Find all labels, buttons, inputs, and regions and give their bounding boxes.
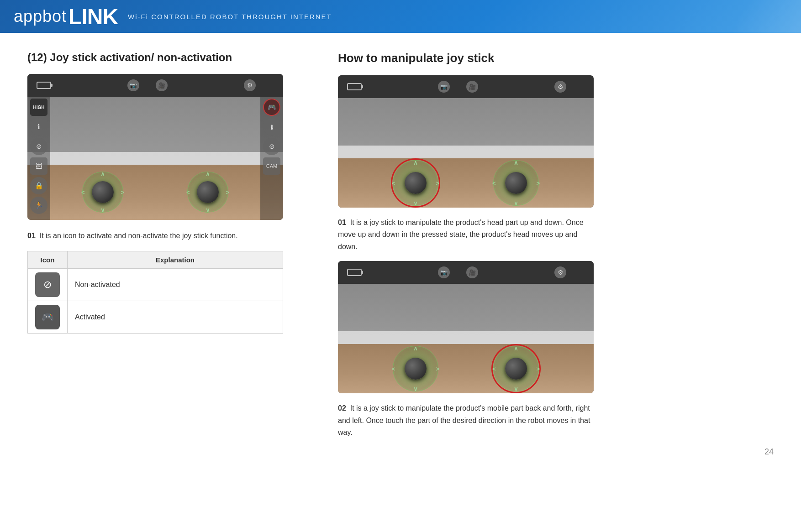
- right-joy-arrow-down: ∨: [206, 207, 210, 214]
- header-decoration: [701, 0, 801, 33]
- main-content: (12) Joy stick activation/ non-activatio…: [0, 33, 801, 461]
- joystick-area-right1: ∧ ∨ < > ∧: [361, 158, 571, 208]
- camera2-icon: CAM: [263, 157, 280, 175]
- no-entry-icon: ⊘: [30, 138, 47, 155]
- table-label-cell-2: Activated: [68, 301, 283, 333]
- temp-icon: 🌡: [263, 118, 280, 136]
- left-joy-arrow-up: ∧: [100, 171, 105, 177]
- lj-arrow-left-r2: <: [392, 365, 395, 372]
- table-row: 🎮 Activated: [28, 301, 283, 333]
- scr-topbar-left: 📷 🎥 ⚙: [27, 74, 283, 97]
- lj-arrow-right-r2: >: [436, 365, 439, 372]
- info-icon: ℹ: [30, 118, 47, 136]
- wall-area-right1: [338, 98, 594, 158]
- left-joy-arrow-right: >: [121, 189, 124, 196]
- table-header-explanation: Explanation: [68, 251, 283, 268]
- right-joy-arrow-up: ∧: [206, 171, 210, 177]
- rj-arrow-down-r2: ∨: [514, 386, 518, 392]
- gear-icon-right2: ⚙: [554, 266, 566, 278]
- camera-icon-right1: 📷: [438, 81, 450, 93]
- joystick-area-left: ∧ ∨ < > ∧ ∨ <: [50, 165, 260, 220]
- right-joystick-knob-r2: [505, 358, 527, 380]
- left-column: (12) Joy stick activation/ non-activatio…: [27, 51, 311, 448]
- high-icon: HIGH: [30, 99, 47, 116]
- lj-arrow-down-r2: ∨: [413, 386, 418, 392]
- video-icon-right1: 🎥: [466, 81, 478, 93]
- left-joystick-knob-r1: [405, 172, 427, 194]
- right-column: How to manipulate joy stick 📷 🎥 ⚙: [338, 51, 774, 448]
- left-joy-arrow-left: <: [81, 189, 85, 196]
- right-joy-arrow-right: >: [226, 189, 229, 196]
- left-joystick-knob: [92, 181, 114, 203]
- floor-area-left: ∧ ∨ < > ∧ ∨ <: [27, 165, 283, 220]
- floor-area-right1: ∧ ∨ < > ∧: [338, 158, 594, 208]
- lj-arrow-left-r1: <: [392, 180, 395, 187]
- rj-arrow-left-r1: <: [492, 180, 496, 187]
- lj-arrow-up-r1: ∧: [413, 159, 418, 166]
- non-activated-icon: ⊘: [35, 272, 60, 297]
- left-sidebar: HIGH ℹ ⊘ 🖼 🔒 🏃: [27, 97, 50, 220]
- image-icon: 🖼: [30, 157, 47, 175]
- activated-symbol: 🎮: [42, 311, 54, 323]
- rj-arrow-right-r2: >: [536, 365, 540, 372]
- screenshot-inner-right2: 📷 🎥 ⚙ ∧ ∨: [338, 261, 594, 393]
- step2-num: 02: [338, 404, 346, 412]
- step2-text: 02 It is a joy stick to manipulate the p…: [338, 402, 594, 438]
- page-number: 24: [764, 447, 774, 457]
- right-joystick: ∧ ∨ < >: [185, 169, 231, 215]
- right-joystick-r1: ∧ ∨ < >: [491, 158, 541, 208]
- video-icon-right2: 🎥: [466, 266, 478, 278]
- camera-icon-right2: 📷: [438, 266, 450, 278]
- scr-content-right1: ∧ ∨ < > ∧: [338, 98, 594, 208]
- rj-arrow-left-r2: <: [492, 365, 496, 372]
- screenshot-inner-right1: 📷 🎥 ⚙ ∧ ∨: [338, 75, 594, 208]
- scr-content-right2: ∧ ∨ < > ∧ ∨ <: [338, 284, 594, 393]
- gear-icon-right1: ⚙: [554, 81, 566, 93]
- block-icon: ⊘: [263, 138, 280, 155]
- camera-icon-left: 📷: [127, 79, 139, 91]
- right-sidebar: 🎮 🌡 ⊘ CAM: [260, 97, 283, 220]
- right-joy-arrow-left: <: [186, 189, 190, 196]
- wall-area-right2: [338, 284, 594, 344]
- scr-topbar-right1: 📷 🎥 ⚙: [338, 75, 594, 98]
- lj-arrow-right-r1: >: [436, 180, 439, 187]
- rj-arrow-up-r2: ∧: [514, 345, 518, 352]
- battery-icon-left: [37, 82, 51, 89]
- right-joystick-r2: ∧ ∨ < >: [491, 344, 541, 393]
- video-icon-left: 🎥: [156, 79, 168, 91]
- left-description: 01 It is an icon to activate and non-act…: [27, 230, 311, 242]
- rj-arrow-right-r1: >: [536, 180, 540, 187]
- table-label-cell-1: Non-activated: [68, 268, 283, 301]
- app-screenshot-right-1: 📷 🎥 ⚙ ∧ ∨: [338, 75, 594, 208]
- step1-num: 01: [338, 219, 346, 226]
- scr-topbar-right2: 📷 🎥 ⚙: [338, 261, 594, 284]
- table-row: ⊘ Non-activated: [28, 268, 283, 301]
- lj-arrow-up-r2: ∧: [413, 345, 418, 352]
- wall-area-left: [27, 97, 283, 165]
- table-icon-cell-2: 🎮: [28, 301, 68, 333]
- screenshot-inner-left: 📷 🎥 ⚙ HIGH ℹ ⊘ 🖼 🔒 🏃: [27, 74, 283, 220]
- gear-icon-left: ⚙: [244, 79, 256, 91]
- header: appbot LINK Wi-Fi CONTROLLED ROBOT THROU…: [0, 0, 801, 33]
- logo-container: appbot LINK: [14, 4, 118, 29]
- right-joystick-knob: [197, 181, 219, 203]
- left-joystick-r1: ∧ ∨ < >: [390, 158, 441, 208]
- scr-content-left: HIGH ℹ ⊘ 🖼 🔒 🏃 🎮 🌡 ⊘ CAM: [27, 97, 283, 220]
- left-joystick-knob-r2: [405, 358, 427, 380]
- lock-icon: 🔒: [30, 177, 47, 194]
- table-header-icon: Icon: [28, 251, 68, 268]
- step1-description: It is a joy stick to manipulate the prod…: [338, 219, 584, 250]
- lj-arrow-down-r1: ∨: [413, 200, 418, 207]
- app-screenshot-right-2: 📷 🎥 ⚙ ∧ ∨: [338, 261, 594, 393]
- step1-text: 01 It is a joy stick to manipulate the p…: [338, 217, 594, 253]
- desc-num-left: 01: [27, 232, 36, 240]
- activated-icon: 🎮: [35, 305, 60, 329]
- logo-link: LINK: [69, 4, 118, 29]
- run-icon: 🏃: [30, 197, 47, 214]
- joystick-area-right2: ∧ ∨ < > ∧ ∨ <: [361, 344, 571, 393]
- right-joystick-knob-r1: [505, 172, 527, 194]
- right-section-title: How to manipulate joy stick: [338, 51, 774, 65]
- white-band-right2: [338, 331, 594, 344]
- rj-arrow-up-r1: ∧: [514, 159, 518, 166]
- logo-appbot: appbot: [14, 7, 67, 26]
